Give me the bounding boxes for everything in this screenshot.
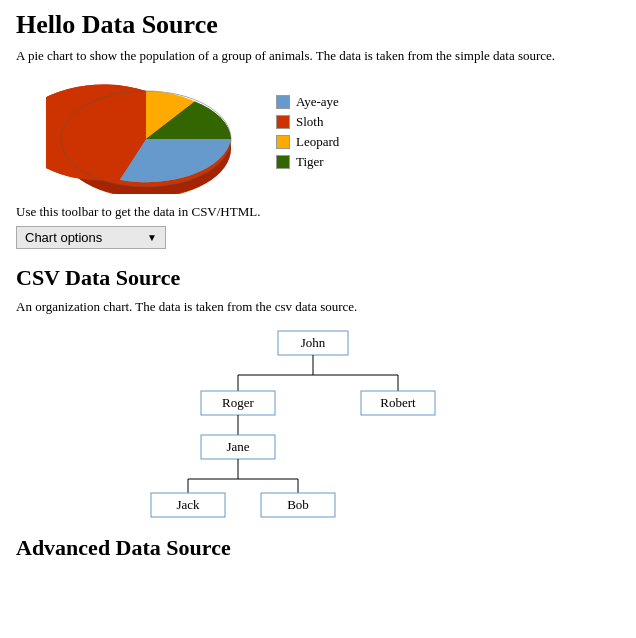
legend-color-tiger xyxy=(276,155,290,169)
chart-options-label: Chart options xyxy=(25,230,102,245)
hello-description: A pie chart to show the population of a … xyxy=(16,48,620,64)
legend-color-leopard xyxy=(276,135,290,149)
legend-label-tiger: Tiger xyxy=(296,154,324,170)
legend-item-leopard: Leopard xyxy=(276,134,339,150)
node-john-label: John xyxy=(301,335,326,350)
hello-section: Hello Data Source A pie chart to show th… xyxy=(16,10,620,249)
org-chart-svg: John Roger Robert Jane xyxy=(118,325,518,525)
pie-chart-section: Aye-aye Sloth Leopard Tiger xyxy=(46,74,620,194)
chart-options-button[interactable]: Chart options ▼ xyxy=(16,226,166,249)
legend-label-leopard: Leopard xyxy=(296,134,339,150)
pie-legend: Aye-aye Sloth Leopard Tiger xyxy=(276,94,339,174)
hello-title: Hello Data Source xyxy=(16,10,620,40)
csv-section: CSV Data Source An organization chart. T… xyxy=(16,265,620,525)
legend-item-tiger: Tiger xyxy=(276,154,339,170)
legend-label-ayeaye: Aye-aye xyxy=(296,94,339,110)
node-jane-label: Jane xyxy=(226,439,249,454)
legend-label-sloth: Sloth xyxy=(296,114,323,130)
node-roger-label: Roger xyxy=(222,395,254,410)
org-chart-wrapper: John Roger Robert Jane xyxy=(16,325,620,525)
node-robert-label: Robert xyxy=(380,395,416,410)
legend-item-sloth: Sloth xyxy=(276,114,339,130)
legend-item-ayeaye: Aye-aye xyxy=(276,94,339,110)
toolbar-text: Use this toolbar to get the data in CSV/… xyxy=(16,204,620,220)
chevron-down-icon: ▼ xyxy=(147,232,157,243)
advanced-title: Advanced Data Source xyxy=(16,535,620,561)
csv-description: An organization chart. The data is taken… xyxy=(16,299,620,315)
node-bob-label: Bob xyxy=(287,497,309,512)
legend-color-ayeaye xyxy=(276,95,290,109)
csv-title: CSV Data Source xyxy=(16,265,620,291)
pie-chart xyxy=(46,74,246,194)
node-jack-label: Jack xyxy=(176,497,200,512)
advanced-section: Advanced Data Source xyxy=(16,535,620,561)
legend-color-sloth xyxy=(276,115,290,129)
pie-svg xyxy=(46,74,246,194)
